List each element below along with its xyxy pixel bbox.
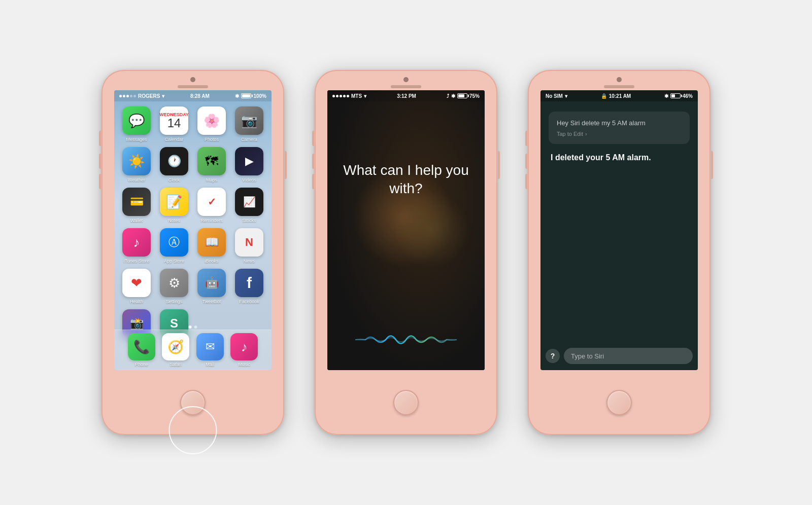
signal-dots-2 [332,95,349,97]
phone-bottom-2 [393,370,419,435]
app-news[interactable]: N News [233,228,265,264]
time-3: 10:21 AM [609,93,631,99]
app-facebook[interactable]: f Facebook [233,269,265,304]
status-left-3: No SIM ▾ [546,93,567,99]
app-settings[interactable]: ⚙ Settings [158,269,190,304]
camera-icon: 📷 [235,106,263,135]
app-messages[interactable]: 💬 Messages [120,106,153,142]
phone-bottom-3 [606,370,632,435]
app-grid: 💬 Messages Wednesday 14 Calendar 🌸 Photo… [114,101,272,350]
dock-mail[interactable]: ✉ Mail [196,333,224,367]
status-right-2: ⤴ ✱ 75% [447,93,480,99]
notes-icon: 📝 [160,188,188,216]
dock-music[interactable]: ♪ Music [230,333,258,367]
photos-label: Photos [205,137,219,142]
home-button-3[interactable] [606,390,632,415]
signal-dot2-3 [340,95,342,97]
app-itunes-store[interactable]: ♪ iTunes Store [120,228,153,264]
siri-help-button[interactable]: ? [546,349,560,363]
appstore-label: App Store [164,259,184,264]
wifi-icon-1: ▾ [162,93,164,99]
app-camera[interactable]: 📷 Camera [233,106,265,142]
calendar-day: 14 [167,117,181,129]
siri-response-screen: No SIM ▾ 🔒 10:21 AM ✱ 46% Hey Siri delet… [540,90,698,370]
app-ibooks[interactable]: 📖 iBooks [195,228,228,264]
battery-1 [241,93,251,98]
dock-music-label: Music [238,362,250,367]
battery-fill-1 [242,94,250,97]
speaker-2 [391,85,421,88]
phone-2: MTS ▾ 3:12 PM ⤴ ✱ 75% What can I help yo… [315,70,497,435]
dock-phone[interactable]: 📞 Phone [128,333,155,367]
siri-prompt-text: What can I help you with? [327,161,485,198]
page-dots [189,326,197,329]
app-appstore[interactable]: Ⓐ App Store [158,228,190,264]
status-bar-1: ROGERS ▾ 8:28 AM ✱ 100% [114,90,272,101]
app-wallet[interactable]: 💳 Wallet [120,188,153,223]
type-to-siri-input[interactable]: Type to Siri [564,348,693,364]
safari-icon: 🧭 [162,333,189,360]
wallet-icon: 💳 [122,188,151,216]
health-icon: ❤ [122,269,151,297]
siri-response-content: Hey Siri delete my 5 AM alarm Tap to Edi… [540,101,698,174]
app-calendar[interactable]: Wednesday 14 Calendar [158,106,190,142]
page-dot-1 [189,326,192,329]
facebook-label: Facebook [239,299,259,304]
speaker-3 [604,85,634,88]
calendar-label: Calendar [165,137,184,142]
home-screen: ROGERS ▾ 8:28 AM ✱ 100% 💬 Messages [114,90,272,370]
camera-lens-1 [190,77,195,82]
status-bar-2: MTS ▾ 3:12 PM ⤴ ✱ 75% [327,90,485,101]
carrier-1: ROGERS [138,93,160,99]
app-health[interactable]: ❤ Health [120,269,153,304]
carrier-3: No SIM [546,93,563,99]
phone-bottom-1 [180,370,206,435]
app-weather[interactable]: ☀️ Weather [120,147,153,183]
app-clock[interactable]: 🕐 Clock [158,147,190,183]
stocks-icon: 📈 [235,188,263,216]
settings-icon: ⚙ [160,269,188,297]
battery-pct-3: 46% [683,93,693,99]
settings-label: Settings [166,299,183,304]
app-maps[interactable]: 🗺 Maps [195,147,228,183]
bluetooth-icon-2: ✱ [451,93,455,99]
status-left-2: MTS ▾ [332,93,366,99]
tap-to-edit-row[interactable]: Tap to Edit › [557,131,682,137]
reminders-icon: ✓ [197,188,226,216]
battery-pct-2: 75% [469,93,480,99]
camera-lens-2 [403,77,409,82]
status-right-3: ✱ 46% [664,93,693,99]
chevron-right-icon: › [585,131,587,137]
reminders-label: Reminders [200,218,223,223]
health-label: Health [130,299,143,304]
siri-query-bubble: Hey Siri delete my 5 AM alarm Tap to Edi… [549,112,690,144]
tweetbot-label: Tweetbot [202,299,221,304]
videos-label: Videos [242,177,256,183]
signal-dot2-1 [332,95,335,97]
app-tweetbot[interactable]: 🤖 Tweetbot [195,269,228,304]
appstore-icon: Ⓐ [160,228,188,257]
ibooks-icon: 📖 [197,228,226,257]
camera-label: Camera [241,137,257,142]
signal-dot2-5 [347,95,349,97]
phone-top-1 [101,70,284,88]
calendar-icon: Wednesday 14 [160,106,188,135]
app-photos[interactable]: 🌸 Photos [195,106,228,142]
question-mark-icon: ? [551,352,555,360]
app-notes[interactable]: 📝 Notes [158,188,190,223]
home-button-2[interactable] [393,390,419,415]
phone-top-2 [315,70,497,88]
app-stocks[interactable]: 📈 Stocks [233,188,265,223]
app-reminders[interactable]: ✓ Reminders [195,188,228,223]
stocks-label: Stocks [242,218,256,223]
news-icon: N [235,228,263,257]
app-videos[interactable]: ▶ Videos [233,147,265,183]
siri-query-text: Hey Siri delete my 5 AM alarm [557,119,682,128]
tap-to-edit-label: Tap to Edit [557,131,583,137]
siri-screen: MTS ▾ 3:12 PM ⤴ ✱ 75% What can I help yo… [327,90,485,370]
battery-fill-3 [671,94,675,97]
phone-1: ROGERS ▾ 8:28 AM ✱ 100% 💬 Messages [101,70,284,435]
dock-safari-label: Safari [170,362,182,367]
maps-icon: 🗺 [197,147,226,175]
dock-safari[interactable]: 🧭 Safari [162,333,189,367]
